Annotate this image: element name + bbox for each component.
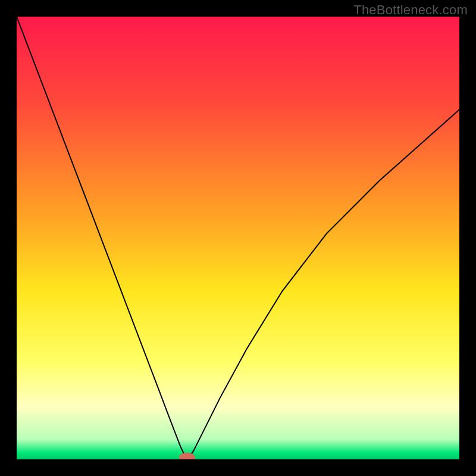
watermark-label: TheBottleneck.com <box>353 2 468 18</box>
plot-background <box>17 17 459 459</box>
chart-frame: TheBottleneck.com <box>0 0 476 476</box>
chart-plot <box>17 17 459 459</box>
